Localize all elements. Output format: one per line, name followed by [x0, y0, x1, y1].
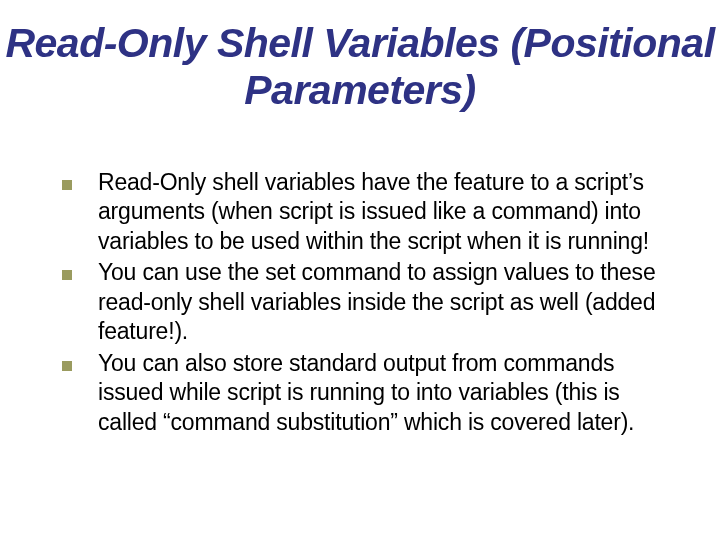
bullet-text: You can also store standard output from … — [98, 349, 682, 437]
list-item: You can use the set command to assign va… — [62, 258, 682, 346]
bullet-icon — [62, 180, 72, 190]
list-item: You can also store standard output from … — [62, 349, 682, 437]
slide-body: Read-Only shell variables have the featu… — [62, 168, 682, 439]
slide-title: Read-Only Shell Variables (Positional Pa… — [0, 20, 720, 114]
bullet-text: You can use the set command to assign va… — [98, 258, 682, 346]
bullet-icon — [62, 361, 72, 371]
bullet-text: Read-Only shell variables have the featu… — [98, 168, 682, 256]
list-item: Read-Only shell variables have the featu… — [62, 168, 682, 256]
slide: Read-Only Shell Variables (Positional Pa… — [0, 0, 720, 540]
bullet-icon — [62, 270, 72, 280]
